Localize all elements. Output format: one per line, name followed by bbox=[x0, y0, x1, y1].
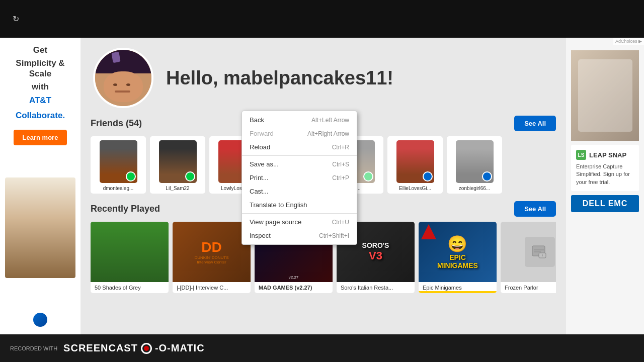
context-menu-translate[interactable]: Translate to English bbox=[242, 198, 357, 212]
context-menu-inspect[interactable]: Inspect Ctrl+Shift+I bbox=[242, 229, 357, 242]
friend-name: dmontealeg... bbox=[93, 186, 143, 191]
list-item[interactable]: 50 Shades of Grey bbox=[91, 222, 169, 293]
left-ad: Get Simplicity & Scale with AT&T Collabo… bbox=[0, 38, 80, 334]
online-badge bbox=[482, 171, 492, 182]
game-thumb: DD DUNKIN' DONUTSInterview Center bbox=[173, 222, 251, 282]
friend-name: Lil_Sam22 bbox=[152, 186, 203, 191]
list-item[interactable]: Frozen Parlor bbox=[501, 222, 556, 293]
recorded-with-text: RECORDED WITH bbox=[10, 345, 57, 351]
recently-played-see-all-button[interactable]: See All bbox=[514, 201, 556, 217]
online-badge bbox=[423, 171, 433, 182]
reload-icon[interactable]: ↻ bbox=[8, 12, 24, 26]
left-ad-image bbox=[5, 177, 75, 278]
context-menu-print[interactable]: Print... Ctrl+P bbox=[242, 171, 357, 185]
highlight-bar bbox=[419, 291, 497, 293]
screencast-name: SCREENCAST bbox=[63, 342, 138, 354]
context-menu-reload[interactable]: Reload Ctrl+R bbox=[242, 140, 357, 154]
att-logo bbox=[33, 313, 47, 327]
inspect-label: Inspect bbox=[250, 232, 271, 239]
game-thumb bbox=[91, 222, 169, 282]
friends-title: Friends (54) bbox=[91, 118, 142, 129]
leap-snap-section: LS LEAP SNAP Enterprise Capture Simplifi… bbox=[571, 145, 639, 191]
game-title: Soro's Italian Resta... bbox=[337, 282, 415, 293]
left-ad-brand2: Collaborate. bbox=[16, 111, 65, 121]
inspect-shortcut: Ctrl+Shift+I bbox=[319, 232, 349, 239]
friend-avatar bbox=[100, 140, 137, 183]
online-badge bbox=[126, 171, 136, 182]
leap-snap-desc: Enterprise Capture Simplified. Sign up f… bbox=[576, 163, 634, 186]
left-ad-line1: Get bbox=[33, 45, 47, 55]
friend-name: zonbiegirl66... bbox=[449, 186, 500, 191]
cast-label: Cast... bbox=[250, 188, 269, 195]
reload-shortcut: Ctrl+R bbox=[332, 144, 349, 151]
friend-name: EllieLovesGi... bbox=[390, 186, 440, 191]
game-soros-text: SORO'SV3 bbox=[362, 241, 389, 262]
list-item: dmontealeg... bbox=[91, 136, 146, 194]
left-ad-line3: with bbox=[32, 82, 49, 92]
menu-divider-1 bbox=[242, 155, 357, 156]
list-item[interactable]: 😄 EPICMINIGAMES Epic Minigames bbox=[419, 222, 497, 293]
back-label: Back bbox=[250, 116, 264, 124]
online-badge bbox=[363, 171, 373, 182]
game-thumb: 😄 EPICMINIGAMES bbox=[419, 222, 497, 282]
game-title: Frozen Parlor bbox=[501, 282, 556, 293]
game-thumb bbox=[501, 222, 556, 282]
context-menu-forward[interactable]: Forward Alt+Right Arrow bbox=[242, 127, 357, 140]
friend-avatar bbox=[159, 140, 197, 183]
menu-divider-2 bbox=[242, 213, 357, 214]
save-label: Save as... bbox=[250, 160, 279, 168]
context-menu-view-source[interactable]: View page source Ctrl+U bbox=[242, 215, 357, 229]
game-title: MAD GAMES (v2.27) bbox=[255, 282, 333, 293]
right-ad-image bbox=[571, 50, 639, 141]
right-ad: AdChoices ▶ LS LEAP SNAP Enterprise Capt… bbox=[566, 38, 644, 334]
bottom-bar: RECORDED WITH SCREENCAST -O-MATIC bbox=[0, 334, 644, 362]
context-menu: Back Alt+Left Arrow Forward Alt+Right Ar… bbox=[242, 111, 357, 245]
friends-see-all-button[interactable]: See All bbox=[514, 116, 556, 131]
print-label: Print... bbox=[250, 174, 269, 182]
leap-snap-icon: LS bbox=[576, 150, 586, 160]
greeting-text: Hello, mabelpancakes11! bbox=[166, 67, 393, 89]
left-ad-line2: Simplicity & Scale bbox=[5, 58, 75, 79]
context-menu-back[interactable]: Back Alt+Left Arrow bbox=[242, 113, 357, 127]
context-menu-save[interactable]: Save as... Ctrl+S bbox=[242, 157, 357, 171]
view-source-shortcut: Ctrl+U bbox=[332, 219, 349, 226]
o-matic-suffix: -O-MATIC bbox=[155, 342, 205, 354]
save-shortcut: Ctrl+S bbox=[332, 161, 349, 168]
reload-label: Reload bbox=[250, 143, 270, 151]
left-ad-brand: AT&T bbox=[29, 96, 51, 106]
list-item: Lil_Sam22 bbox=[150, 136, 205, 194]
dell-emc-label: DELL EMC bbox=[571, 195, 639, 212]
context-menu-cast[interactable]: Cast... bbox=[242, 185, 357, 198]
leap-snap-title: LEAP SNAP bbox=[589, 151, 626, 159]
list-item: zonbiegirl66... bbox=[447, 136, 502, 194]
frozen-icon bbox=[525, 237, 555, 267]
ad-choices[interactable]: AdChoices ▶ bbox=[613, 38, 644, 45]
list-item: EllieLovesGi... bbox=[387, 136, 443, 194]
friend-avatar bbox=[456, 140, 494, 183]
forward-label: Forward bbox=[250, 130, 274, 137]
top-bar: ↻ bbox=[0, 0, 644, 38]
avatar bbox=[93, 48, 153, 108]
recently-played-title: Recently Played bbox=[91, 204, 160, 214]
back-shortcut: Alt+Left Arrow bbox=[311, 117, 349, 124]
friend-avatar bbox=[396, 140, 434, 183]
list-item[interactable]: DD DUNKIN' DONUTSInterview Center |-[DD]… bbox=[173, 222, 251, 293]
view-source-label: View page source bbox=[250, 218, 301, 226]
profile-section: Hello, mabelpancakes11! bbox=[80, 38, 566, 116]
forward-shortcut: Alt+Right Arrow bbox=[307, 130, 349, 137]
record-inner-icon bbox=[144, 346, 149, 351]
online-badge bbox=[185, 171, 195, 182]
game-title: 50 Shades of Grey bbox=[91, 282, 169, 293]
att-circle-icon bbox=[33, 313, 47, 327]
record-dot-icon bbox=[141, 343, 152, 354]
print-shortcut: Ctrl+P bbox=[332, 174, 349, 182]
game-title: |-[DD]-| Interview C... bbox=[173, 282, 251, 293]
screencast-logo: SCREENCAST -O-MATIC bbox=[63, 342, 205, 354]
screencast-bar: RECORDED WITH SCREENCAST -O-MATIC bbox=[10, 342, 205, 354]
translate-label: Translate to English bbox=[250, 201, 307, 209]
learn-more-button[interactable]: Learn more bbox=[14, 130, 67, 145]
